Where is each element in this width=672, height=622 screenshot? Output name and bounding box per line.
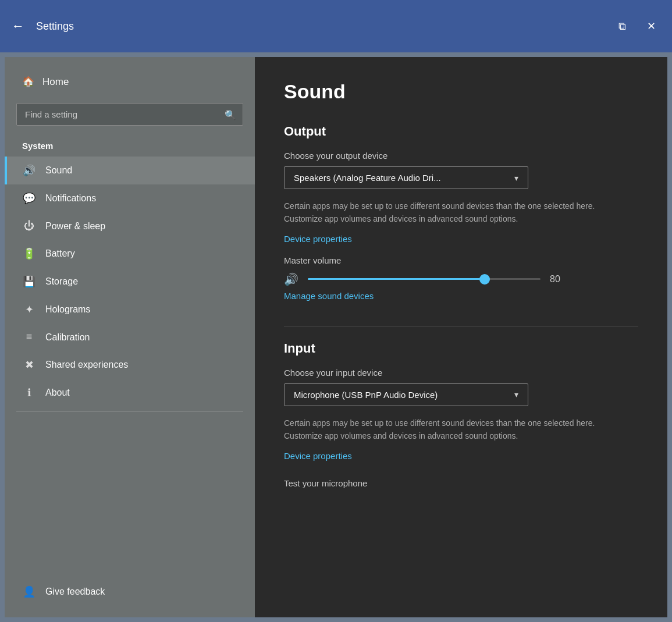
input-info-text: Certain apps may be set up to use differ… bbox=[284, 417, 621, 443]
sidebar-item-sound-label: Sound bbox=[45, 165, 72, 176]
sidebar-item-notifications[interactable]: 💬 Notifications bbox=[5, 184, 255, 212]
close-button[interactable]: ✕ bbox=[642, 17, 660, 35]
sidebar-item-calibration-label: Calibration bbox=[45, 332, 90, 343]
volume-control: 🔊 80 bbox=[284, 272, 638, 286]
sidebar-item-holograms-label: Holograms bbox=[45, 304, 90, 315]
sidebar-item-home[interactable]: 🏠 Home bbox=[5, 69, 255, 95]
battery-icon: 🔋 bbox=[22, 247, 36, 260]
page-title: Sound bbox=[284, 80, 638, 103]
volume-value: 80 bbox=[550, 274, 567, 285]
home-label: Home bbox=[42, 76, 69, 88]
section-divider bbox=[284, 326, 638, 327]
sidebar-item-storage-label: Storage bbox=[45, 276, 78, 287]
shared-experiences-icon: ✖ bbox=[22, 358, 36, 371]
volume-speaker-icon: 🔊 bbox=[284, 272, 298, 286]
input-device-label: Choose your input device bbox=[284, 368, 638, 378]
input-device-value: Microphone (USB PnP Audio Device) bbox=[294, 390, 438, 400]
master-volume-label: Master volume bbox=[284, 255, 638, 265]
sidebar-item-shared-experiences[interactable]: ✖ Shared experiences bbox=[5, 351, 255, 379]
input-device-dropdown[interactable]: Microphone (USB PnP Audio Device) ▾ bbox=[284, 383, 528, 406]
volume-slider-container bbox=[308, 273, 541, 285]
search-icon: 🔍 bbox=[225, 109, 236, 120]
output-info-text: Certain apps may be set up to use differ… bbox=[284, 200, 621, 226]
notifications-icon: 💬 bbox=[22, 192, 36, 205]
sidebar-item-holograms[interactable]: ✦ Holograms bbox=[5, 296, 255, 324]
sidebar-item-calibration[interactable]: ≡ Calibration bbox=[5, 324, 255, 351]
sidebar-item-notifications-label: Notifications bbox=[45, 193, 96, 204]
sidebar-item-feedback[interactable]: 👤 Give feedback bbox=[5, 578, 255, 606]
sidebar-item-shared-experiences-label: Shared experiences bbox=[45, 360, 128, 370]
storage-icon: 💾 bbox=[22, 275, 36, 288]
main-container: 🏠 Home 🔍 System 🔊 Sound 💬 Notifications … bbox=[5, 57, 667, 617]
sidebar-item-feedback-label: Give feedback bbox=[45, 587, 105, 597]
about-icon: ℹ bbox=[22, 386, 36, 399]
manage-sound-devices-link[interactable]: Manage sound devices bbox=[284, 291, 374, 301]
holograms-icon: ✦ bbox=[22, 303, 36, 316]
sidebar-item-about-label: About bbox=[45, 388, 70, 398]
input-section-title: Input bbox=[284, 341, 638, 356]
window-title: Settings bbox=[36, 20, 614, 33]
sidebar-item-sound[interactable]: 🔊 Sound bbox=[5, 157, 255, 184]
output-device-value: Speakers (Analog Feature Audio Dri... bbox=[294, 173, 441, 183]
test-microphone-label: Test your microphone bbox=[284, 478, 638, 488]
output-device-dropdown[interactable]: Speakers (Analog Feature Audio Dri... ▾ bbox=[284, 166, 528, 189]
sound-icon: 🔊 bbox=[22, 164, 36, 177]
output-device-label: Choose your output device bbox=[284, 151, 638, 161]
sidebar-search-container: 🔍 bbox=[16, 103, 243, 126]
titlebar: ← Settings ⧉ ✕ bbox=[0, 0, 672, 52]
search-input[interactable] bbox=[16, 103, 243, 126]
feedback-icon: 👤 bbox=[22, 585, 36, 598]
back-button[interactable]: ← bbox=[12, 19, 24, 34]
input-device-properties-link[interactable]: Device properties bbox=[284, 451, 352, 461]
content-area: Sound Output Choose your output device S… bbox=[255, 57, 667, 617]
sidebar-item-power-sleep[interactable]: ⏻ Power & sleep bbox=[5, 212, 255, 240]
sidebar-item-battery-label: Battery bbox=[45, 248, 75, 259]
sidebar-divider bbox=[16, 411, 243, 412]
power-sleep-icon: ⏻ bbox=[22, 220, 36, 232]
sidebar-item-storage[interactable]: 💾 Storage bbox=[5, 268, 255, 296]
sidebar-section-title: System bbox=[5, 137, 255, 157]
output-dropdown-chevron-icon: ▾ bbox=[514, 173, 518, 183]
sidebar-item-power-sleep-label: Power & sleep bbox=[45, 221, 105, 232]
sidebar-item-about[interactable]: ℹ About bbox=[5, 379, 255, 407]
input-dropdown-chevron-icon: ▾ bbox=[514, 390, 518, 399]
restore-button[interactable]: ⧉ bbox=[614, 18, 631, 35]
window-controls: ⧉ ✕ bbox=[614, 17, 660, 35]
sidebar: 🏠 Home 🔍 System 🔊 Sound 💬 Notifications … bbox=[5, 57, 255, 617]
output-device-properties-link[interactable]: Device properties bbox=[284, 234, 352, 244]
output-section-title: Output bbox=[284, 124, 638, 139]
home-icon: 🏠 bbox=[22, 76, 34, 88]
calibration-icon: ≡ bbox=[22, 331, 36, 343]
sidebar-item-battery[interactable]: 🔋 Battery bbox=[5, 240, 255, 268]
